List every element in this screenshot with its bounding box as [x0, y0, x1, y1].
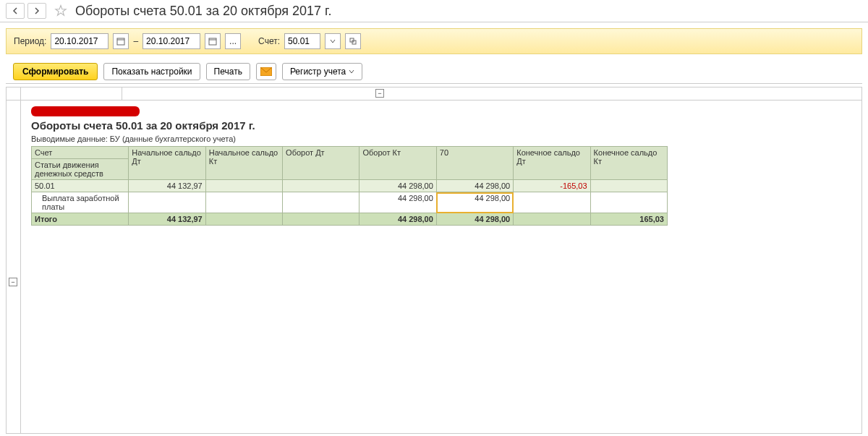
th-end-dt: Конечное сальдо Дт [514, 147, 590, 180]
period-select-button[interactable]: ... [225, 33, 241, 49]
account-open-button[interactable] [345, 33, 361, 49]
period-label: Период: [14, 36, 46, 46]
svg-rect-0 [117, 38, 124, 45]
svg-rect-2 [209, 38, 216, 45]
th-start-dt: Начальное сальдо Дт [129, 147, 205, 180]
account-label: Счет: [258, 36, 280, 46]
report-table: Счет Начальное сальдо Дт Начальное сальд… [31, 146, 668, 226]
th-oborot-dt: Оборот Дт [283, 147, 359, 180]
th-end-kt: Конечное сальдо Кт [590, 147, 667, 180]
th-account: Счет [32, 147, 129, 159]
report-body: Обороты счета 50.01 за 20 октября 2017 г… [21, 101, 861, 231]
th-start-kt: Начальное сальдо Кт [205, 147, 282, 180]
forward-button[interactable] [27, 3, 46, 19]
calendar-to-button[interactable] [205, 33, 221, 49]
report-title: Обороты счета 50.01 за 20 октября 2017 г… [31, 119, 851, 132]
table-row[interactable]: Выплата заработной платы 44 298,00 44 29… [32, 192, 668, 213]
favorite-icon[interactable] [54, 4, 68, 18]
th-70: 70 [436, 147, 513, 180]
toolbar: Сформировать Показать настройки Печать Р… [6, 60, 862, 84]
back-button[interactable] [6, 3, 25, 19]
date-to-input[interactable] [142, 33, 200, 49]
report-subtitle: Выводимые данные: БУ (данные бухгалтерск… [31, 134, 851, 143]
mail-button[interactable] [256, 63, 276, 80]
register-button[interactable]: Регистр учета [282, 63, 362, 80]
redacted-org [31, 106, 140, 116]
register-label: Регистр учета [290, 67, 346, 77]
generate-button[interactable]: Сформировать [13, 63, 98, 80]
page-title: Обороты счета 50.01 за 20 октября 2017 г… [75, 4, 331, 19]
chevron-down-icon [349, 69, 354, 74]
date-from-input[interactable] [51, 33, 109, 49]
ruler-left [7, 101, 21, 433]
table-row[interactable]: 50.01 44 132,97 44 298,00 44 298,00 -165… [32, 180, 668, 192]
period-bar: Период: – ... Счет: [6, 28, 862, 54]
th-oborot-kt: Оборот Кт [359, 147, 436, 180]
show-settings-button[interactable]: Показать настройки [103, 63, 200, 80]
collapse-row-button[interactable]: − [9, 278, 17, 286]
account-input[interactable] [284, 33, 320, 49]
collapse-column-button[interactable]: − [375, 89, 384, 98]
calendar-from-button[interactable] [113, 33, 129, 49]
account-dropdown-button[interactable] [325, 33, 341, 49]
selected-cell[interactable]: 44 298,00 [436, 192, 513, 213]
print-button[interactable]: Печать [206, 63, 250, 80]
th-articles: Статьи движения денежных средств [32, 159, 129, 180]
ruler-top [7, 87, 861, 101]
table-row-total[interactable]: Итого 44 132,97 44 298,00 44 298,00 165,… [32, 213, 668, 226]
period-dash: – [133, 36, 138, 46]
titlebar: Обороты счета 50.01 за 20 октября 2017 г… [0, 0, 868, 22]
report-area: − − Обороты счета 50.01 за 20 октября 20… [6, 87, 862, 434]
